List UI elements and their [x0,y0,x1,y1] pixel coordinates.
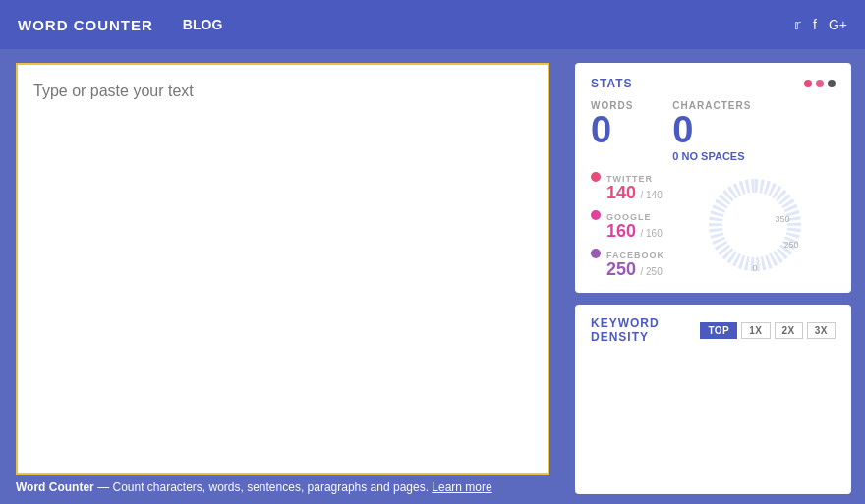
twitter-count: 140 [606,183,636,202]
facebook-dot [591,249,601,258]
facebook-info: FACEBOOK 250 / 250 [606,251,664,279]
words-stat: WORDS 0 [591,100,633,162]
stats-dots [804,80,836,87]
no-spaces-value: 0 [672,150,678,162]
no-spaces-stat: 0 NO SPACES [672,150,751,162]
keyword-density-title: KEYWORD DENSITY [591,316,700,344]
social-item-twitter: TWITTER 140 / 140 [591,170,664,202]
keyword-tabs: TOP 1X 2X 3X [700,322,836,339]
social-item-facebook: FACEBOOK 250 / 250 [591,247,664,279]
donut-label-0: 0 [752,263,757,273]
google-max: / 160 [641,228,663,239]
donut-chart: // Will be rendered below via inline SVG… [701,171,809,279]
words-value: 0 [591,111,633,148]
tab-1x[interactable]: 1X [741,322,770,339]
footer-brand: Word Counter [16,480,94,494]
donut-label-250: 250 [783,240,798,250]
twitter-max: / 140 [641,190,663,200]
text-area-wrapper [16,63,549,475]
dot-red [804,80,812,87]
main-content: Word Counter — Count characters, words, … [0,49,865,504]
donut-label-350: 350 [775,214,789,224]
dot-dark [828,80,836,87]
tab-top[interactable]: TOP [700,322,737,339]
tab-3x[interactable]: 3X [807,322,836,339]
twitter-dot [591,172,601,182]
social-links: 𝕣 f G+ [794,17,847,32]
characters-value: 0 [672,111,751,148]
twitter-info: TWITTER 140 / 140 [606,174,663,202]
text-input[interactable] [18,65,548,473]
footer-description: — Count characters, words, sentences, pa… [97,480,429,494]
facebook-icon[interactable]: f [813,17,817,32]
facebook-max: / 250 [641,266,663,277]
twitter-icon[interactable]: 𝕣 [794,17,801,32]
header: WORD COUNTER BLOG 𝕣 f G+ [0,0,865,49]
stats-numbers: WORDS 0 CHARACTERS 0 0 NO SPACES [591,100,836,162]
footer-text: Word Counter — Count characters, words, … [16,475,549,494]
stats-bottom: TWITTER 140 / 140 GOOGLE 160 / 160 [591,170,836,279]
tab-2x[interactable]: 2X [775,322,803,339]
stats-header: STATS [591,77,836,90]
blog-nav[interactable]: BLOG [183,17,222,32]
facebook-count: 250 [606,259,636,279]
google-info: GOOGLE 160 / 160 [606,212,663,241]
googleplus-icon[interactable]: G+ [829,17,847,32]
dot-pink [816,80,824,87]
logo: WORD COUNTER [18,17,153,33]
stats-title: STATS [591,77,633,90]
google-dot [591,210,601,220]
left-panel: Word Counter — Count characters, words, … [0,49,565,504]
keyword-header: KEYWORD DENSITY TOP 1X 2X 3X [591,316,836,344]
social-item-google: GOOGLE 160 / 160 [591,208,664,241]
characters-stat: CHARACTERS 0 0 NO SPACES [672,100,751,162]
donut-chart-wrapper: // Will be rendered below via inline SVG… [674,170,836,279]
google-count: 160 [606,221,636,241]
social-limits: TWITTER 140 / 140 GOOGLE 160 / 160 [591,170,664,279]
donut-ring [716,186,794,264]
learn-more-link[interactable]: Learn more [432,480,491,494]
no-spaces-label: NO SPACES [682,150,745,162]
stats-card: STATS WORDS 0 CHARACTERS 0 0 NO [575,63,851,293]
keyword-density-card: KEYWORD DENSITY TOP 1X 2X 3X [575,305,851,494]
right-panel: STATS WORDS 0 CHARACTERS 0 0 NO [565,49,865,504]
